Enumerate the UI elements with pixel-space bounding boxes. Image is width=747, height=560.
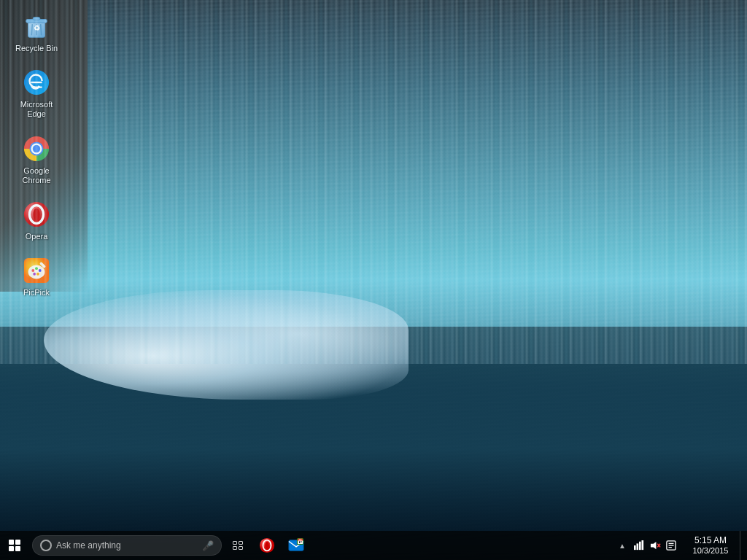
tray-expand-button[interactable]: ▲ [616, 531, 629, 560]
clock-time: 5:15 AM [694, 535, 727, 545]
opera-label: Opera [26, 232, 48, 241]
svg-point-20 [36, 273, 39, 276]
search-placeholder: Ask me anything [56, 540, 198, 551]
svg-line-5 [41, 24, 42, 35]
task-view-button[interactable] [225, 531, 251, 560]
task-view-icon [233, 541, 243, 550]
volume-icon[interactable] [648, 531, 662, 560]
snow-area-bg [44, 290, 409, 400]
svg-point-17 [31, 269, 34, 272]
desktop-icons: ♻ Recycle Bin [7, 7, 66, 302]
recycle-bin-icon[interactable]: ♻ Recycle Bin [7, 7, 66, 58]
windows-logo-icon [9, 540, 20, 551]
clock-date: 10/3/2015 [693, 546, 729, 556]
water-reflection-bg [0, 327, 747, 531]
network-icon[interactable] [632, 531, 646, 560]
action-center-icon[interactable] [664, 531, 678, 560]
svg-rect-2 [33, 18, 40, 20]
google-chrome-label: Google Chrome [10, 166, 63, 185]
system-tray: ▲ [616, 531, 747, 560]
microsoft-edge-label: Microsoft Edge [10, 100, 63, 119]
svg-point-25 [265, 542, 269, 549]
tray-icons [629, 531, 681, 560]
microsoft-edge-icon[interactable]: Microsoft Edge [7, 63, 66, 123]
svg-rect-31 [637, 543, 639, 550]
search-bar[interactable]: Ask me anything 🎤 [32, 535, 222, 556]
svg-point-19 [39, 269, 42, 272]
svg-text:♻: ♻ [34, 24, 40, 32]
picpick-icon[interactable]: PicPick [7, 252, 66, 302]
svg-marker-34 [650, 541, 656, 548]
svg-point-14 [33, 208, 40, 220]
taskbar-opera-button[interactable] [252, 531, 282, 560]
svg-rect-32 [639, 542, 641, 550]
svg-point-18 [35, 267, 38, 270]
microphone-icon[interactable]: 🎤 [202, 540, 214, 551]
desktop: ♻ Recycle Bin [0, 0, 747, 560]
picpick-label: PicPick [23, 288, 50, 298]
recycle-bin-label: Recycle Bin [15, 44, 58, 53]
opera-icon[interactable]: Opera [7, 195, 66, 246]
taskbar-pinned-apps: 📅 [252, 531, 311, 560]
svg-point-21 [33, 273, 36, 276]
svg-text:📅: 📅 [297, 538, 304, 545]
start-button[interactable] [0, 531, 29, 560]
svg-rect-30 [634, 545, 636, 550]
svg-rect-33 [642, 540, 644, 550]
google-chrome-icon[interactable]: Google Chrome [7, 130, 66, 190]
svg-point-11 [33, 144, 40, 152]
taskbar: Ask me anything 🎤 [0, 531, 747, 560]
show-desktop-button[interactable] [740, 531, 744, 560]
taskbar-mail-button[interactable]: 📅 [282, 531, 311, 560]
clock[interactable]: 5:15 AM 10/3/2015 [681, 531, 740, 560]
svg-line-3 [31, 24, 32, 35]
search-circle-icon [40, 540, 52, 551]
